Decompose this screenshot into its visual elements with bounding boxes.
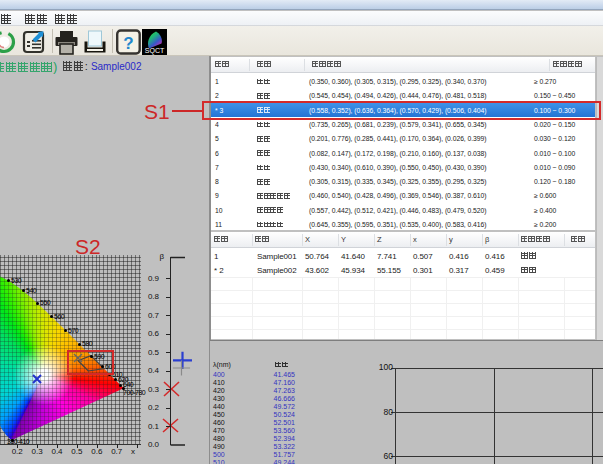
svg-text:?: ? — [123, 34, 133, 53]
svg-text:SQCT: SQCT — [145, 47, 165, 55]
